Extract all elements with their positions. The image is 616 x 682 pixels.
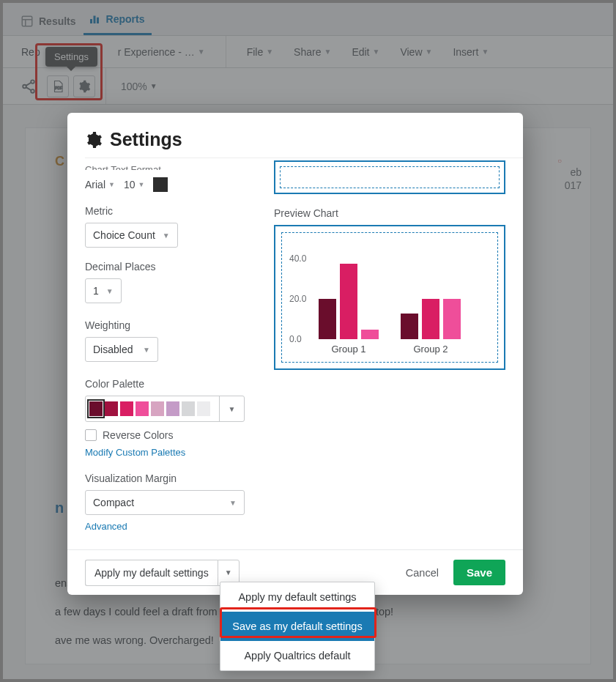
gear-icon: [85, 131, 103, 149]
bar: [422, 299, 439, 339]
preview-chart-label: Preview Chart: [274, 207, 505, 219]
chevron-down-icon: ▼: [138, 181, 145, 188]
metric-label: Metric: [85, 205, 256, 217]
chevron-down-icon: ▼: [225, 568, 232, 577]
palette-swatch[interactable]: [197, 401, 210, 416]
palette-swatch[interactable]: [136, 401, 149, 416]
palette-swatch[interactable]: [105, 401, 118, 416]
apply-dropdown-menu: Apply my default settings Save as my def…: [220, 582, 375, 671]
apply-split-button: Apply my default settings ▼: [85, 560, 240, 586]
palette-dropdown-button[interactable]: ▼: [219, 396, 244, 421]
apply-option-my-default[interactable]: Apply my default settings: [220, 582, 374, 612]
chevron-down-icon: ▼: [108, 181, 115, 188]
apply-option-save-default[interactable]: Save as my default settings: [220, 612, 374, 641]
bar: [340, 264, 357, 339]
settings-form: Chart Text Format Arial ▼ 10 ▼ Metric: [85, 163, 259, 549]
metric-value: Choice Count: [93, 229, 155, 241]
palette-select[interactable]: ▼: [85, 396, 245, 422]
font-size-select[interactable]: 10 ▼: [124, 179, 145, 190]
ytick-label: 40.0: [289, 253, 306, 264]
font-family-select[interactable]: Arial ▼: [85, 179, 115, 190]
font-color-swatch[interactable]: [153, 177, 168, 192]
bar: [361, 330, 379, 339]
modal-header: Settings: [67, 113, 523, 157]
preview-chart-xlabels: Group 1Group 2: [289, 344, 490, 355]
bar: [319, 299, 336, 339]
bar: [443, 299, 461, 339]
chevron-down-icon: ▼: [106, 287, 114, 295]
margin-value: Compact: [93, 497, 134, 508]
palette-swatch[interactable]: [89, 401, 103, 416]
preview-column: Preview Chart 0.020.040.0 Group 1Group 2: [274, 163, 523, 549]
preview-chart-container[interactable]: 0.020.040.0 Group 1Group 2: [274, 225, 505, 370]
chevron-down-icon: ▼: [143, 346, 150, 354]
decimal-select[interactable]: 1 ▼: [85, 278, 122, 303]
palette-swatch[interactable]: [151, 401, 164, 416]
weighting-select[interactable]: Disabled ▼: [85, 337, 158, 362]
palette-swatch[interactable]: [182, 401, 195, 416]
decimal-label: Decimal Places: [85, 261, 256, 273]
modify-palettes-link[interactable]: Modify Custom Palettes: [85, 447, 185, 458]
bar-group: [401, 299, 461, 339]
xlabel: Group 2: [401, 344, 461, 355]
margin-label: Visualization Margin: [85, 472, 256, 484]
bar-group: [319, 264, 379, 339]
apply-button[interactable]: Apply my default settings: [85, 560, 218, 586]
ytick-label: 20.0: [289, 294, 306, 304]
save-button[interactable]: Save: [453, 560, 505, 585]
chart-text-format-label: Chart Text Format: [85, 164, 256, 170]
reverse-colors-checkbox[interactable]: [85, 429, 97, 441]
preview-selection-box[interactable]: [274, 160, 505, 194]
bar: [401, 314, 418, 339]
xlabel: Group 1: [319, 344, 379, 355]
palette-swatch[interactable]: [166, 401, 179, 416]
reverse-colors-label: Reverse Colors: [103, 429, 173, 441]
palette-swatches: [86, 398, 219, 420]
margin-select[interactable]: Compact ▼: [85, 490, 245, 515]
weighting-label: Weighting: [85, 319, 256, 331]
advanced-link[interactable]: Advanced: [85, 521, 127, 532]
palette-swatch[interactable]: [120, 401, 133, 416]
preview-chart: 0.020.040.0: [289, 240, 490, 339]
chevron-down-icon: ▼: [229, 499, 237, 507]
cancel-button[interactable]: Cancel: [406, 567, 439, 579]
chevron-down-icon: ▼: [229, 405, 236, 413]
weighting-value: Disabled: [93, 344, 133, 355]
modal-title: Settings: [110, 129, 182, 150]
font-family-value: Arial: [85, 179, 105, 190]
palette-label: Color Palette: [85, 378, 256, 390]
apply-option-qualtrics-default[interactable]: Apply Qualtrics default: [220, 641, 374, 670]
ytick-label: 0.0: [289, 334, 302, 344]
settings-modal: Settings Chart Text Format Arial ▼ 10 ▼: [67, 113, 523, 595]
font-size-value: 10: [124, 179, 136, 190]
chevron-down-icon: ▼: [163, 231, 170, 240]
metric-select[interactable]: Choice Count ▼: [85, 223, 178, 248]
decimal-value: 1: [93, 285, 99, 297]
